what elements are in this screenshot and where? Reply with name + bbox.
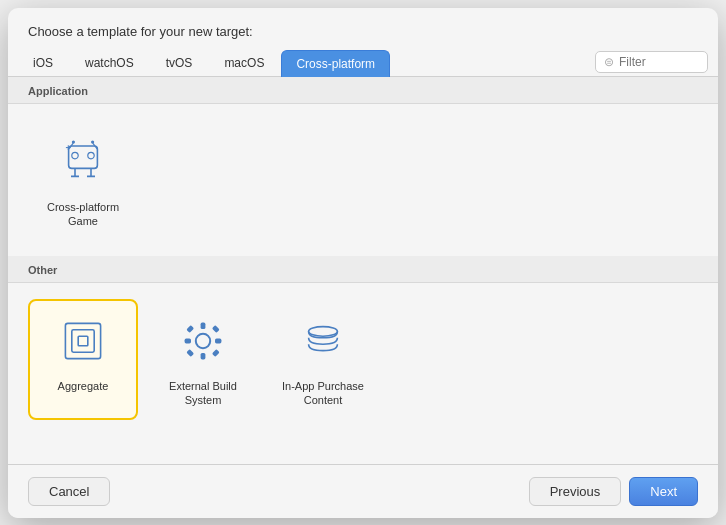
- svg-rect-13: [72, 330, 94, 352]
- svg-point-2: [88, 152, 94, 158]
- template-item-external-build-system[interactable]: External Build System: [148, 299, 258, 420]
- filter-input[interactable]: [619, 55, 699, 69]
- application-items-grid: + Cross-platform Game: [8, 104, 718, 257]
- dialog: Choose a template for your new target: i…: [8, 8, 718, 518]
- cancel-button[interactable]: Cancel: [28, 477, 110, 506]
- svg-rect-19: [215, 339, 221, 344]
- svg-rect-17: [201, 353, 206, 359]
- template-icon-aggregate: [53, 311, 113, 371]
- template-label-in-app-purchase-content: In-App Purchase Content: [278, 379, 368, 408]
- tab-ios[interactable]: iOS: [18, 49, 68, 76]
- previous-button[interactable]: Previous: [529, 477, 622, 506]
- svg-rect-21: [212, 325, 220, 333]
- section-header-application: Application: [8, 77, 718, 104]
- navigation-buttons: Previous Next: [529, 477, 698, 506]
- tab-macos[interactable]: macOS: [209, 49, 279, 76]
- svg-rect-20: [186, 325, 194, 333]
- content-area: Application: [8, 77, 718, 464]
- svg-point-15: [196, 334, 210, 348]
- tab-bar: iOS watchOS tvOS macOS Cross-platform ⊜: [8, 49, 718, 77]
- template-label-cross-platform-game: Cross-platform Game: [38, 200, 128, 229]
- template-icon-gear: [173, 311, 233, 371]
- svg-rect-18: [185, 339, 191, 344]
- svg-rect-14: [78, 336, 88, 346]
- svg-rect-23: [212, 349, 220, 357]
- filter-box[interactable]: ⊜: [595, 51, 708, 73]
- svg-rect-16: [201, 323, 206, 329]
- svg-text:+: +: [65, 141, 71, 152]
- template-label-external-build-system: External Build System: [158, 379, 248, 408]
- tab-cross-platform[interactable]: Cross-platform: [281, 50, 390, 77]
- other-items-grid: Aggregate: [8, 283, 718, 436]
- section-header-other: Other: [8, 256, 718, 283]
- svg-point-1: [72, 152, 78, 158]
- template-icon-purchase: [293, 311, 353, 371]
- template-label-aggregate: Aggregate: [58, 379, 109, 393]
- tab-watchos[interactable]: watchOS: [70, 49, 149, 76]
- svg-point-6: [91, 140, 94, 143]
- filter-icon: ⊜: [604, 55, 614, 69]
- svg-point-5: [72, 140, 75, 143]
- next-button[interactable]: Next: [629, 477, 698, 506]
- dialog-title: Choose a template for your new target:: [28, 24, 698, 39]
- dialog-header: Choose a template for your new target:: [8, 8, 718, 49]
- template-item-cross-platform-game[interactable]: + Cross-platform Game: [28, 120, 138, 241]
- svg-rect-12: [65, 323, 100, 358]
- template-icon-game: +: [53, 132, 113, 192]
- template-item-aggregate[interactable]: Aggregate: [28, 299, 138, 420]
- tab-tvos[interactable]: tvOS: [151, 49, 208, 76]
- svg-rect-22: [186, 349, 194, 357]
- template-item-in-app-purchase-content[interactable]: In-App Purchase Content: [268, 299, 378, 420]
- dialog-footer: Cancel Previous Next: [8, 464, 718, 518]
- svg-point-24: [309, 327, 338, 337]
